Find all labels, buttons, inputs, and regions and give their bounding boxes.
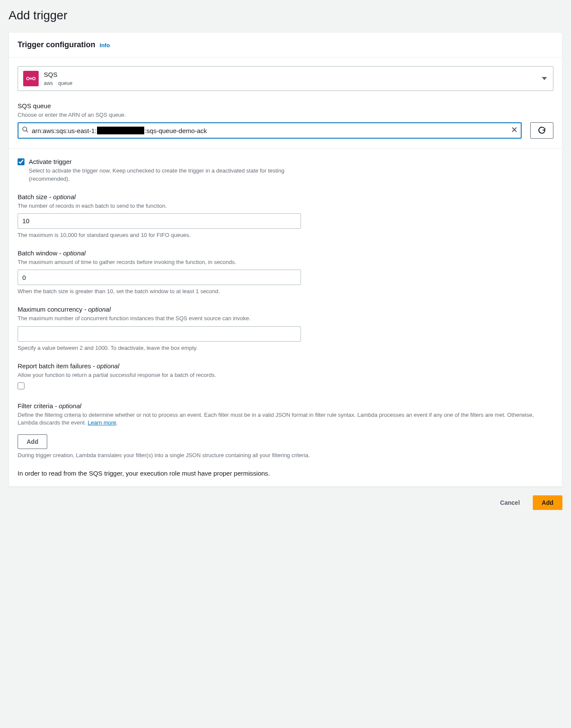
max-concurrency-hint: The maximum number of concurrent functio… (18, 315, 553, 322)
report-failures-checkbox[interactable] (18, 382, 24, 389)
panel-title: Trigger configuration (18, 39, 95, 50)
sqs-queue-label: SQS queue (18, 101, 553, 110)
activate-trigger-label: Activate trigger (29, 157, 304, 166)
refresh-button[interactable] (530, 122, 553, 139)
filter-criteria-label: Filter criteria - optional (18, 401, 553, 410)
batch-window-input[interactable] (18, 270, 301, 285)
page-title: Add trigger (9, 0, 562, 32)
add-button[interactable]: Add (533, 495, 562, 510)
svg-point-0 (27, 77, 29, 80)
svg-point-1 (33, 77, 35, 80)
batch-window-label: Batch window - optional (18, 249, 553, 258)
clear-icon[interactable] (511, 127, 517, 135)
batch-size-input[interactable] (18, 213, 301, 229)
cancel-button[interactable]: Cancel (492, 495, 528, 510)
batch-size-hint-below: The maximum is 10,000 for standard queue… (18, 231, 553, 239)
chevron-down-icon (542, 77, 547, 80)
source-tags: awsqueue (44, 80, 78, 87)
sqs-queue-arn-value[interactable]: arn:aws:sqs:us-east-1::sqs-queue-demo-ac… (32, 126, 508, 135)
refresh-icon (538, 127, 546, 134)
source-selector[interactable]: SQS awsqueue (18, 66, 553, 91)
sqs-queue-hint: Choose or enter the ARN of an SQS queue. (18, 111, 553, 119)
filter-criteria-hint: Define the filtering criteria to determi… (18, 411, 553, 427)
redacted-account-id (97, 127, 144, 134)
activate-trigger-checkbox[interactable] (18, 158, 24, 165)
trigger-config-panel: Trigger configuration Info SQS awsq (9, 32, 562, 487)
sqs-icon (23, 71, 39, 86)
search-icon (22, 126, 28, 135)
svg-point-2 (23, 127, 27, 131)
batch-size-label: Batch size - optional (18, 192, 553, 201)
footer-actions: Cancel Add (9, 487, 562, 513)
panel-header: Trigger configuration Info (9, 33, 562, 58)
divider (9, 148, 562, 149)
report-failures-label: Report batch item failures - optional (18, 361, 553, 370)
permissions-note: In order to read from the SQS trigger, y… (18, 469, 553, 478)
max-concurrency-hint-below: Specify a value between 2 and 1000. To d… (18, 344, 553, 352)
batch-window-hint-below: When the batch size is greater than 10, … (18, 288, 553, 295)
learn-more-link[interactable]: Learn more (88, 419, 116, 426)
activate-trigger-hint: Select to activate the trigger now. Keep… (29, 167, 304, 182)
filter-criteria-hint-below: During trigger creation, Lambda translat… (18, 452, 553, 459)
add-filter-button[interactable]: Add (18, 434, 47, 449)
max-concurrency-input[interactable] (18, 326, 301, 342)
info-link[interactable]: Info (100, 42, 110, 49)
report-failures-hint: Allow your function to return a partial … (18, 371, 553, 379)
source-name: SQS (44, 70, 78, 79)
sqs-queue-input-wrap[interactable]: arn:aws:sqs:us-east-1::sqs-queue-demo-ac… (18, 122, 522, 139)
max-concurrency-label: Maximum concurrency - optional (18, 305, 553, 314)
batch-window-hint: The maximum amount of time to gather rec… (18, 258, 553, 266)
batch-size-hint: The number of records in each batch to s… (18, 202, 553, 210)
